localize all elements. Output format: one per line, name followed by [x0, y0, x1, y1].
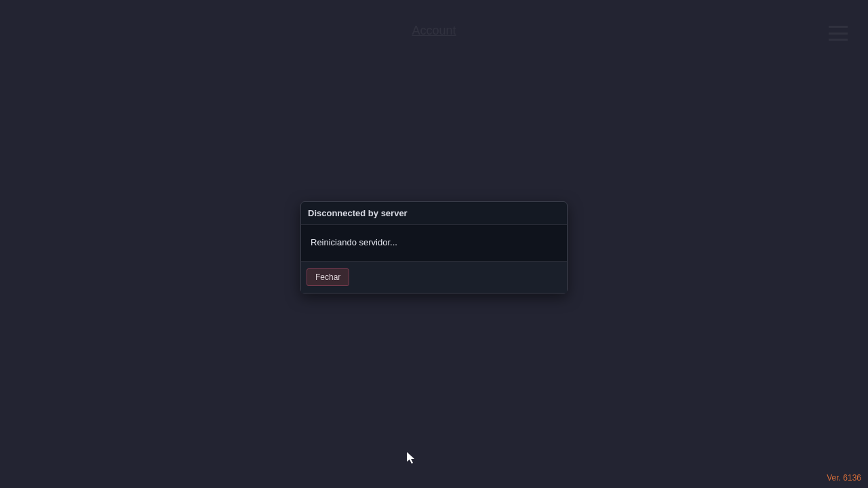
version-label: Ver. 6136	[827, 473, 861, 483]
close-button[interactable]: Fechar	[307, 268, 349, 286]
page-title: Account	[412, 24, 456, 38]
dialog-footer: Fechar	[301, 261, 567, 293]
dialog-message: Reiniciando servidor...	[301, 225, 567, 261]
dialog-title: Disconnected by server	[301, 202, 567, 225]
disconnected-dialog: Disconnected by server Reiniciando servi…	[300, 201, 568, 293]
hamburger-menu-icon	[829, 26, 848, 41]
cursor-icon	[407, 452, 416, 464]
